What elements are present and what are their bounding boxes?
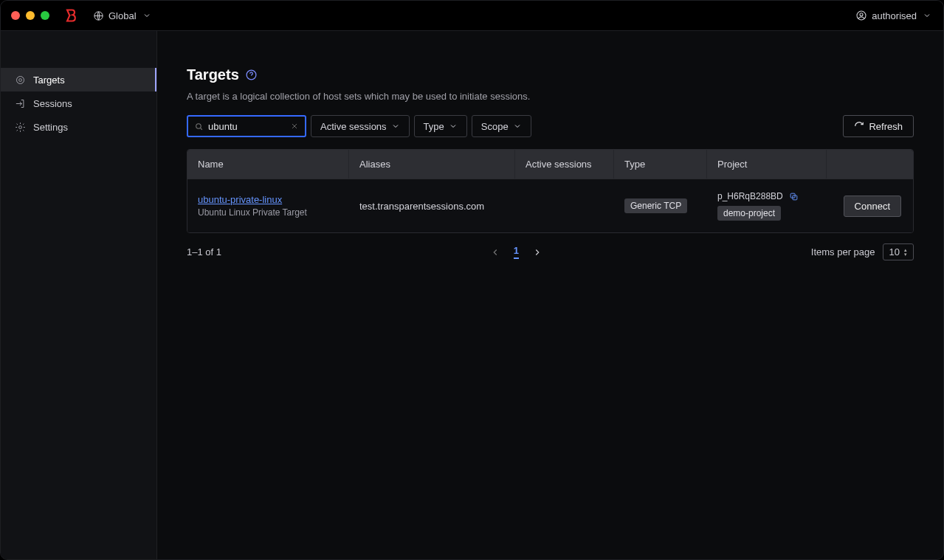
filter-type[interactable]: Type [414,115,467,137]
titlebar: Global authorised [1,1,943,31]
search-input-wrapper[interactable] [187,115,306,137]
ipp-label: Items per page [811,246,875,257]
filter-active-sessions[interactable]: Active sessions [311,115,410,137]
sidebar-item-targets[interactable]: Targets [1,68,156,91]
copy-icon[interactable] [789,192,799,201]
enter-icon [14,97,26,109]
main-content: Targets A target is a logical collection… [157,31,943,559]
current-page[interactable]: 1 [514,245,519,259]
pagination: 1 [221,245,811,259]
page-title: Targets [187,66,239,83]
sidebar-item-label: Targets [33,75,65,86]
page-description: A target is a logical collection of host… [187,91,914,102]
svg-point-2 [860,13,863,16]
refresh-icon [854,121,864,131]
cell-actions: Connect [827,184,913,229]
filter-label: Active sessions [320,121,387,132]
minimize-window-icon[interactable] [26,11,35,20]
cell-type: Generic TCP [614,187,707,225]
chevron-down-icon [141,10,153,21]
chevron-down-icon [513,122,522,131]
target-link[interactable]: ubuntu-private-linux [198,194,339,205]
filter-label: Scope [481,121,509,132]
prev-page-icon[interactable] [490,247,500,257]
gear-icon [14,121,26,133]
col-type: Type [614,150,707,179]
targets-table: Name Aliases Active sessions Type Projec… [187,149,914,233]
svg-point-3 [16,76,24,83]
sidebar-item-label: Settings [33,122,68,133]
cell-name: ubuntu-private-linux Ubuntu Linux Privat… [187,182,349,229]
sidebar-item-settings[interactable]: Settings [1,115,156,139]
body: Targets Sessions Settings Targets [1,31,943,559]
user-menu[interactable]: authorised [855,10,933,21]
col-name: Name [187,150,349,179]
toolbar: Active sessions Type Scope Refresh [187,115,914,137]
ipp-value: 10 [889,246,900,257]
target-subtitle: Ubuntu Linux Private Target [198,207,339,218]
col-project: Project [707,150,827,179]
search-input[interactable] [208,121,290,132]
sidebar-item-label: Sessions [33,98,72,109]
stepper-icon: ▴▾ [904,248,907,257]
chevron-down-icon [391,122,400,131]
cell-alias: test.transparentsessions.com [349,189,515,224]
col-aliases: Aliases [349,150,515,179]
refresh-button[interactable]: Refresh [843,115,914,137]
sidebar: Targets Sessions Settings [1,31,157,559]
svg-point-5 [18,125,21,128]
next-page-icon[interactable] [532,247,542,257]
filter-label: Type [424,121,444,132]
scope-picker[interactable]: Global [92,10,153,21]
globe-icon [92,10,104,21]
user-label: authorised [872,10,917,21]
app-window: Global authorised Targets [0,0,944,560]
page-header: Targets [187,66,914,83]
app-logo [63,7,79,24]
filter-scope[interactable]: Scope [472,115,531,137]
col-actions [827,150,913,179]
cell-project: p_H6RqB288BD demo-project [707,179,827,232]
window-controls[interactable] [11,11,49,20]
search-icon [194,122,204,131]
clear-icon[interactable] [290,122,299,131]
col-active-sessions: Active sessions [515,150,614,179]
target-icon [14,74,26,86]
project-id: p_H6RqB288BD [717,191,783,201]
user-icon [855,10,867,21]
project-badge: demo-project [717,206,781,221]
scope-label: Global [108,10,137,21]
chevron-down-icon [449,122,458,131]
table-footer: 1–1 of 1 1 Items per page 10 ▴▾ [187,243,914,260]
items-per-page: Items per page 10 ▴▾ [811,243,914,260]
refresh-label: Refresh [869,121,903,132]
table-row: ubuntu-private-linux Ubuntu Linux Privat… [187,179,913,232]
type-badge: Generic TCP [624,198,687,213]
help-icon[interactable] [245,69,258,81]
close-window-icon[interactable] [11,11,20,20]
ipp-select[interactable]: 10 ▴▾ [883,243,914,260]
svg-point-7 [196,123,201,128]
maximize-window-icon[interactable] [41,11,49,20]
table-header: Name Aliases Active sessions Type Projec… [187,150,913,179]
result-range: 1–1 of 1 [187,246,221,257]
chevron-down-icon [921,10,933,21]
connect-button[interactable]: Connect [844,196,901,217]
cell-sessions [515,194,614,218]
sidebar-item-sessions[interactable]: Sessions [1,91,156,115]
svg-point-4 [18,78,21,81]
